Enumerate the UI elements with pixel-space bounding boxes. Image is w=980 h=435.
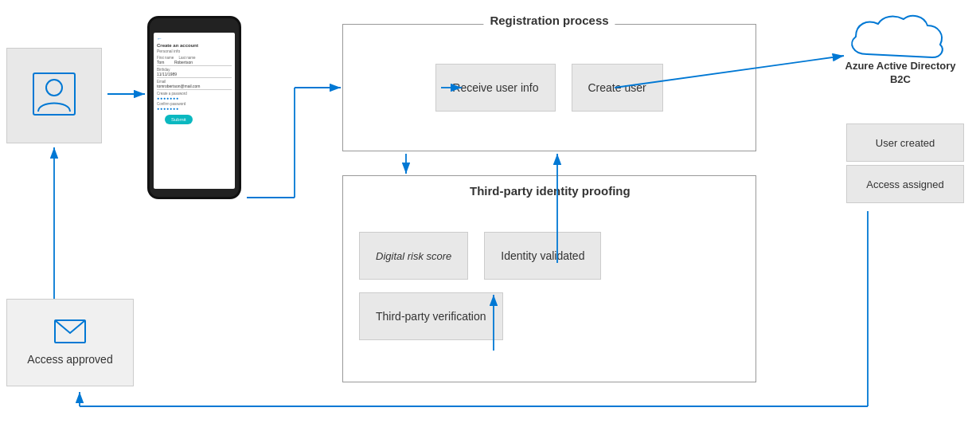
cloud-svg [845, 8, 956, 64]
diagram: Access approved ← Create an account Pers… [0, 0, 980, 435]
cloud-shape: Azure Active Directory B2C [837, 8, 964, 87]
access-approved-box: Access approved [6, 299, 134, 386]
azure-cloud: Azure Active Directory B2C [837, 8, 964, 87]
access-assigned-box: Access assigned [846, 165, 964, 203]
thirdparty-row2: Third-party verification [359, 292, 740, 340]
envelope-icon [54, 319, 86, 347]
phone-screen: ← Create an account Personal info First … [154, 33, 235, 189]
registration-title: Registration process [483, 14, 615, 27]
receive-user-info-box: Receive user info [435, 64, 555, 112]
user-box [6, 48, 102, 143]
azure-sub-boxes: User created Access assigned [846, 123, 964, 203]
thirdparty-verification-box: Third-party verification [359, 292, 503, 340]
identity-validated-box: Identity validated [484, 232, 601, 280]
screen-title: Create an account [157, 43, 232, 48]
field-confirm-dots: ●●●●●●● [157, 106, 232, 111]
phone: ← Create an account Personal info First … [147, 16, 243, 255]
create-user-box: Create user [572, 64, 663, 112]
thirdparty-row1: Digital risk score Identity validated [359, 232, 740, 280]
back-arrow: ← [157, 36, 232, 41]
field-password-dots: ●●●●●●● [157, 96, 232, 100]
access-approved-label: Access approved [27, 353, 112, 366]
user-created-box: User created [846, 123, 964, 162]
registration-steps: Receive user info Create user [343, 25, 755, 151]
digital-risk-score-box: Digital risk score [359, 232, 468, 280]
thirdparty-steps: Digital risk score Identity validated Th… [343, 216, 755, 348]
user-icon [30, 70, 78, 121]
field-email-value: tomrobertson@mail.com [157, 84, 232, 90]
thirdparty-box: Third-party identity proofing Digital ri… [342, 175, 756, 382]
azure-title: Azure Active Directory B2C [837, 60, 964, 87]
phone-body: ← Create an account Personal info First … [147, 16, 241, 199]
field-birthday-value: 11/11/1989 [157, 72, 232, 78]
field-name-value: Tom Robertson [157, 60, 232, 66]
svg-point-1 [46, 80, 62, 96]
thirdparty-title: Third-party identity proofing [470, 184, 629, 198]
registration-box: Registration process Receive user info C… [342, 24, 756, 151]
submit-button[interactable]: Submit [165, 115, 193, 124]
screen-subtitle: Personal info [157, 49, 232, 53]
